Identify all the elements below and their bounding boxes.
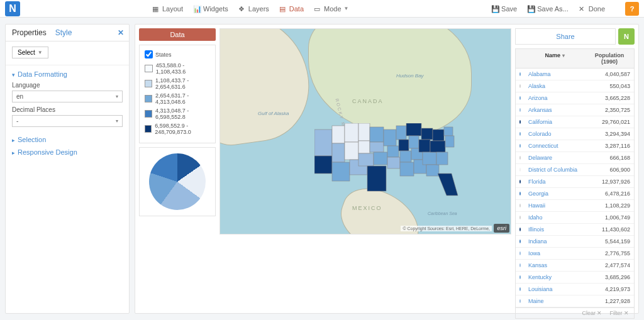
table-row[interactable]: Louisiana4,219,973 xyxy=(516,284,634,295)
layers-icon: ❖ xyxy=(238,5,246,13)
svg-rect-27 xyxy=(419,140,430,152)
svg-rect-3 xyxy=(332,143,345,162)
toolbar-save[interactable]: 💾Save xyxy=(491,5,517,13)
table-row[interactable]: Alaska550,043 xyxy=(516,80,634,92)
svg-rect-17 xyxy=(387,157,400,168)
table-row[interactable]: Illinois11,430,602 xyxy=(516,224,634,236)
label-canada: CANADA xyxy=(352,98,384,104)
top-toolbar: N ▦Layout 📊Widgets ❖Layers ▤Data ▭Mode▼ … xyxy=(0,0,644,18)
svg-rect-26 xyxy=(421,128,433,140)
svg-rect-1 xyxy=(314,156,332,174)
svg-rect-2 xyxy=(332,126,345,143)
svg-rect-14 xyxy=(367,166,386,191)
data-header[interactable]: Data xyxy=(139,28,216,41)
table-row[interactable]: Idaho1,006,749 xyxy=(516,212,634,224)
svg-rect-22 xyxy=(406,123,421,136)
toolbar-widgets[interactable]: 📊Widgets xyxy=(193,5,228,13)
help-button[interactable]: ? xyxy=(625,2,639,16)
label-carib: Caribbean Sea xyxy=(428,211,457,216)
svg-rect-0 xyxy=(314,130,332,156)
svg-rect-29 xyxy=(426,165,439,176)
tab-properties[interactable]: Properties xyxy=(12,28,47,41)
svg-rect-13 xyxy=(374,152,387,165)
toolbar-data[interactable]: ▤Data xyxy=(279,5,304,13)
svg-rect-12 xyxy=(370,142,384,152)
table-row[interactable]: California29,760,021 xyxy=(516,116,634,128)
svg-rect-31 xyxy=(430,141,445,152)
layer-label: States xyxy=(155,52,172,58)
table-row[interactable]: Delaware666,168 xyxy=(516,152,634,164)
legend-item: 1,108,433.7 - 2,654,631.6 xyxy=(145,77,210,90)
table-row[interactable]: Kansas2,477,574 xyxy=(516,260,634,272)
language-label: Language xyxy=(12,82,123,89)
us-states xyxy=(314,123,459,199)
label-hudson: Hudson Bay xyxy=(396,73,424,79)
main-area: Properties Style ✕ Select▼ Data Formatti… xyxy=(0,18,644,320)
toolbar-layers[interactable]: ❖Layers xyxy=(238,5,269,13)
panel-close-icon[interactable]: ✕ xyxy=(118,28,124,37)
select-dropdown[interactable]: Select▼ xyxy=(12,47,48,58)
table-row[interactable]: Maine1,227,928 xyxy=(516,295,634,307)
grid-icon: ▦ xyxy=(152,5,160,13)
label-gulf-ak: Gulf of Alaska xyxy=(258,111,289,116)
section-data-formatting[interactable]: Data Formatting xyxy=(12,70,123,78)
share-button[interactable]: Share xyxy=(515,28,616,45)
table-row[interactable]: Iowa2,776,755 xyxy=(516,248,634,260)
esri-logo: esri xyxy=(494,224,509,233)
decimal-select[interactable]: - xyxy=(12,115,123,127)
legend-item: 2,654,631.7 - 4,313,048.6 xyxy=(145,92,210,105)
table-clear[interactable]: Clear ✕ xyxy=(582,310,602,316)
legend-item: 6,598,552.9 - 248,709,873.0 xyxy=(145,123,210,135)
toolbar-saveas[interactable]: 💾Save As... xyxy=(527,5,569,13)
table-row[interactable]: Connecticut3,287,116 xyxy=(516,140,634,152)
svg-rect-10 xyxy=(358,153,374,166)
svg-rect-35 xyxy=(445,136,454,147)
svg-rect-32 xyxy=(436,152,448,165)
table-row[interactable]: Colorado3,294,394 xyxy=(516,128,634,140)
map-widget[interactable]: Population >> Population (1990) xyxy=(219,28,511,234)
properties-panel: Properties Style ✕ Select▼ Data Formatti… xyxy=(5,24,130,314)
toolbar-mode[interactable]: ▭Mode▼ xyxy=(314,5,348,13)
table-row[interactable]: Florida12,937,926 xyxy=(516,176,634,188)
table-row[interactable]: Georgia6,478,216 xyxy=(516,188,634,200)
legend-widget[interactable]: States 453,588.0 - 1,108,433.61,108,433.… xyxy=(139,45,216,143)
toolbar-done[interactable]: ✕Done xyxy=(579,5,605,13)
section-responsive[interactable]: Responsive Design xyxy=(12,148,123,156)
dashboard-canvas: Data States 453,588.0 - 1,108,433.61,108… xyxy=(135,24,639,314)
svg-rect-16 xyxy=(387,146,399,157)
pie-widget[interactable] xyxy=(139,147,216,216)
table-row[interactable]: Arizona3,665,228 xyxy=(516,92,634,104)
table-row[interactable]: Kentucky3,685,296 xyxy=(516,272,634,284)
chart-icon: 📊 xyxy=(193,5,201,13)
table-row[interactable]: Indiana5,544,159 xyxy=(516,236,634,248)
table-row[interactable]: Hawaii1,108,229 xyxy=(516,200,634,212)
legend-item: 4,313,048.7 - 6,598,552.8 xyxy=(145,108,210,120)
language-select[interactable]: en xyxy=(12,91,123,102)
label-mexico: MEXICO xyxy=(352,205,382,211)
svg-rect-19 xyxy=(399,140,409,151)
data-table-widget[interactable]: Name ▾ Population (1990) Alabama4,040,58… xyxy=(515,48,635,319)
table-header-name[interactable]: Name ▾ xyxy=(525,49,585,68)
layer-checkbox[interactable] xyxy=(145,50,153,58)
decimal-label: Decimal Places xyxy=(12,106,123,113)
close-icon: ✕ xyxy=(579,5,586,13)
table-header-value[interactable]: Population (1990) xyxy=(585,49,634,68)
svg-rect-20 xyxy=(400,151,411,162)
svg-rect-6 xyxy=(345,142,358,160)
svg-rect-5 xyxy=(345,123,358,142)
table-row[interactable]: Arkansas2,350,725 xyxy=(516,104,634,116)
tab-style[interactable]: Style xyxy=(55,28,72,41)
svg-rect-23 xyxy=(409,136,419,148)
save-icon: 💾 xyxy=(491,5,499,13)
table-icon: ▤ xyxy=(279,5,287,13)
svg-rect-28 xyxy=(423,152,436,165)
brand-small-icon[interactable]: N xyxy=(618,28,635,45)
brand-logo[interactable]: N xyxy=(5,1,20,16)
pie-chart xyxy=(149,153,206,210)
table-filter[interactable]: Filter ✕ xyxy=(609,310,629,316)
table-row[interactable]: Alabama4,040,587 xyxy=(516,69,634,80)
toolbar-layout[interactable]: ▦Layout xyxy=(152,5,183,13)
section-selection[interactable]: Selection xyxy=(12,136,123,143)
svg-rect-21 xyxy=(400,162,414,176)
table-row[interactable]: District of Columbia606,900 xyxy=(516,164,634,176)
